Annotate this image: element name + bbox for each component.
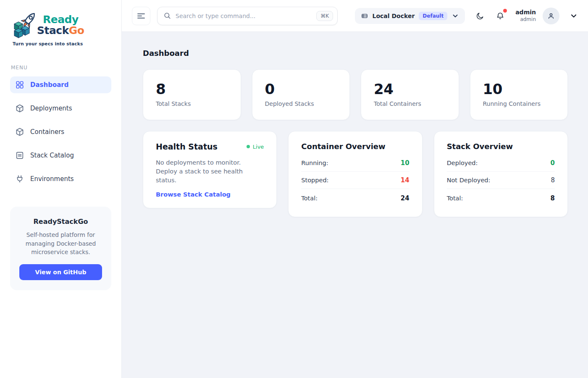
container-overview-title: Container Overview [301,142,409,151]
stats-grid: 8 Total Stacks 0 Deployed Stacks 24 Tota… [143,69,568,120]
stat-label: Total Stacks [156,100,228,107]
health-status-card: Health Status Live No deployments to mon… [143,131,277,208]
stat-value: 24 [374,81,446,97]
stat-label: Total Containers [374,100,446,107]
row-value: 0 [551,159,555,167]
moon-icon [476,12,484,20]
notification-dot [503,9,507,13]
main-column: ⌘K Local Docker Default [122,0,588,378]
search-input[interactable] [176,13,312,19]
grid-icon [15,80,24,89]
row-label: Stopped: [301,177,328,184]
stat-label: Running Containers [483,100,555,107]
stat-card-deployed-stacks: 0 Deployed Stacks [252,69,350,120]
stat-value: 8 [156,81,228,97]
user-menu-chevron-icon[interactable] [570,12,578,20]
stack-overview-card: Stack Overview Deployed: 0 Not Deployed:… [434,131,568,217]
row-stopped: Stopped: 14 [301,172,409,189]
search-bar: ⌘K [157,7,338,25]
page-title: Dashboard [143,49,568,58]
row-not-deployed: Not Deployed: 8 [447,172,555,189]
notifications-button[interactable] [495,11,505,21]
search-icon [163,12,171,20]
stat-card-total-stacks: 8 Total Stacks [143,69,241,120]
logo-tagline: Turn your specs into stacks [13,41,111,46]
container-overview-card: Container Overview Running: 10 Stopped: … [288,131,422,217]
rocket-stack-logo-icon [13,11,39,40]
sidebar-item-dashboard[interactable]: Dashboard [10,76,111,93]
sidebar-item-environments[interactable]: Environments [10,171,111,187]
row-deployed: Deployed: 0 [447,155,555,172]
server-icon [361,12,368,20]
overview-grid: Health Status Live No deployments to mon… [143,131,568,217]
row-label: Running: [301,160,328,166]
sidebar-item-label: Environments [30,175,74,183]
view-on-github-button[interactable]: View on GitHub [19,264,102,280]
user-info[interactable]: admin admin [515,9,536,23]
sidebar-promo-card: ReadyStackGo Self-hosted platform for ma… [10,207,111,290]
sidebar-item-label: Stack Catalog [30,152,74,159]
avatar[interactable] [543,8,559,24]
live-status-badge: Live [247,144,264,150]
row-label: Not Deployed: [447,177,491,184]
chevron-down-icon [452,12,459,20]
cube-bottom [14,29,23,38]
row-total: Total: 8 [447,189,555,207]
sidebar-item-label: Deployments [30,105,72,112]
topbar-right: Local Docker Default [355,8,578,24]
user-name: admin [515,9,536,16]
menu-section-label: MENU [10,65,111,71]
sidebar-item-label: Dashboard [30,81,68,89]
keyboard-shortcut-badge: ⌘K [316,11,333,21]
topbar: ⌘K Local Docker Default [122,0,588,32]
sidebar-toggle-button[interactable] [132,7,150,25]
app-root: Ready StackGo Turn your specs into stack… [0,0,588,378]
container-overview-rows: Running: 10 Stopped: 14 Total: 24 [301,155,409,207]
row-running: Running: 10 [301,155,409,172]
row-value: 24 [401,194,410,202]
stack-overview-title: Stack Overview [447,142,555,151]
row-label: Deployed: [447,160,478,166]
sidebar-item-deployments[interactable]: Deployments [10,100,111,117]
logo-wordmark: Ready StackGo [37,14,84,36]
logo-word-stack: Stack [37,24,69,37]
row-value: 10 [401,159,410,167]
live-dot-icon [247,145,250,148]
live-label: Live [253,144,264,150]
sidebar-item-label: Containers [30,128,64,136]
stack-overview-rows: Deployed: 0 Not Deployed: 8 Total: 8 [447,155,555,207]
row-value: 8 [551,194,555,202]
list-icon [15,151,24,160]
stat-card-total-containers: 24 Total Containers [361,69,459,120]
row-label: Total: [447,195,463,202]
dashboard-page: Dashboard 8 Total Stacks 0 Deployed Stac… [122,32,588,378]
cube-icon [15,104,24,113]
browse-stack-catalog-link[interactable]: Browse Stack Catalog [156,191,231,198]
environment-selector[interactable]: Local Docker Default [355,8,465,24]
stat-card-running-containers: 10 Running Containers [470,69,568,120]
theme-toggle-button[interactable] [475,11,485,21]
cube-icon [15,127,24,136]
logo-word-ready: Ready [37,14,84,25]
row-value: 14 [401,176,410,184]
bell-icon [496,12,504,20]
row-value: 8 [551,176,555,184]
health-status-message: No deployments to monitor. Deploy a stac… [156,158,261,185]
app-logo: Ready StackGo Turn your specs into stack… [10,11,111,46]
environment-default-badge: Default [419,12,447,20]
row-label: Total: [301,195,318,202]
health-status-title: Health Status [156,142,218,151]
sidebar: Ready StackGo Turn your specs into stack… [0,0,122,378]
stat-value: 0 [265,81,337,97]
hamburger-icon [137,13,145,19]
promo-description: Self-hosted platform for managing Docker… [19,231,102,257]
stat-value: 10 [483,81,555,97]
person-icon [547,12,555,20]
sidebar-nav: Dashboard Deployments Containers [10,76,111,187]
row-total: Total: 24 [301,189,409,207]
promo-title: ReadyStackGo [19,218,102,226]
sidebar-item-stack-catalog[interactable]: Stack Catalog [10,147,111,164]
user-role: admin [515,16,536,23]
sidebar-item-containers[interactable]: Containers [10,123,111,140]
plug-icon [15,174,24,184]
